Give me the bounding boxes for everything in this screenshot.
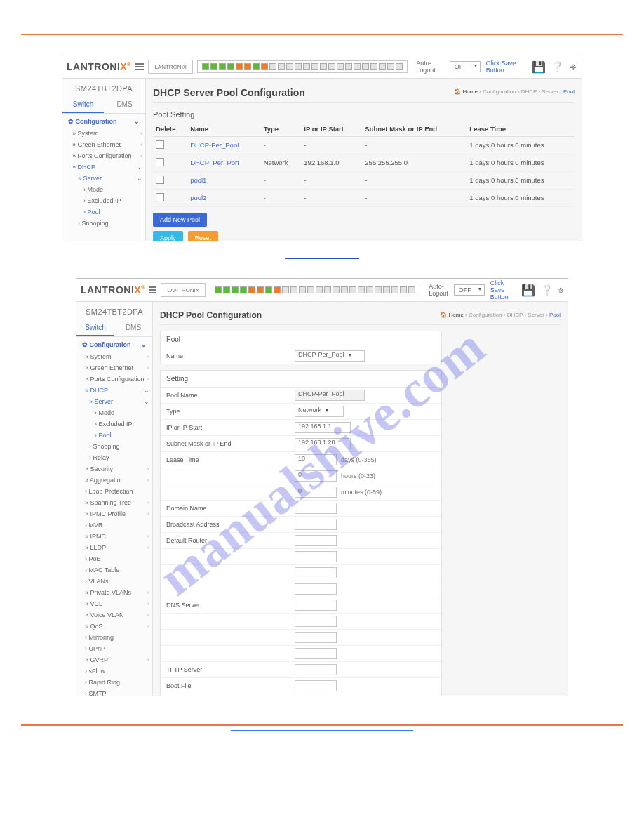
nav-item[interactable]: » IPMC Profile‹ [76, 508, 152, 519]
nav-pool[interactable]: › Pool [76, 430, 152, 441]
reset-button[interactable]: Reset [188, 231, 219, 242]
pool-link[interactable]: DHCP_Per_Port [187, 154, 261, 171]
lease-mins-input[interactable]: 0 [295, 486, 337, 498]
nav-green-ethernet[interactable]: » Green Ethernet‹ [62, 139, 145, 150]
ip-input[interactable]: 192.168.1.1 [295, 422, 351, 433]
nav-excluded-ip[interactable]: › Excluded IP [76, 418, 152, 430]
nav-item[interactable]: » Voice VLAN‹ [76, 609, 152, 621]
nav-configuration[interactable]: ✿ Configuration⌄ [62, 114, 145, 128]
add-pool-button[interactable]: Add New Pool [153, 213, 207, 227]
delete-checkbox[interactable] [156, 193, 164, 201]
nav-item[interactable]: » VCL‹ [76, 598, 152, 609]
ntp-label: NTP Server [161, 696, 295, 697]
nav-item[interactable]: » Spanning Tree‹ [76, 497, 152, 508]
dns-input-3[interactable] [295, 632, 337, 643]
nav-item[interactable]: › SMTP [76, 688, 152, 696]
nav-ports-config[interactable]: » Ports Configuration‹ [76, 373, 152, 385]
nav-snooping[interactable]: › Snooping [62, 218, 145, 229]
nav-server[interactable]: » Server⌄ [62, 173, 145, 184]
nav-item[interactable]: » GVRP‹ [76, 654, 152, 666]
pool-link[interactable]: pool2 [187, 189, 261, 206]
tab-dms[interactable]: DMS [114, 320, 152, 336]
dns-input-1[interactable] [295, 600, 337, 611]
nav-item[interactable]: › sFlow [76, 666, 152, 677]
bcast-input[interactable] [295, 519, 337, 530]
logout-icon[interactable]: ⎆ [568, 61, 577, 72]
pool-link[interactable]: DHCP-Per_Pool [187, 136, 261, 154]
nav-item[interactable]: » Aggregation‹ [76, 475, 152, 486]
lease-hours-input[interactable]: 0 [295, 470, 337, 482]
device-badge: LANTRONIX [148, 60, 193, 74]
ntp-input-1[interactable] [295, 696, 337, 697]
nav-snooping[interactable]: › Snooping [76, 441, 152, 452]
nav-green-ethernet[interactable]: » Green Ethernet‹ [76, 362, 152, 373]
apply-button[interactable]: Apply [153, 231, 183, 242]
type-select[interactable]: Network [295, 406, 344, 417]
tab-switch[interactable]: Switch [62, 97, 104, 113]
nav-item[interactable]: › UPnP [76, 643, 152, 654]
menu-icon[interactable] [135, 63, 145, 70]
dns-input-4[interactable] [295, 648, 337, 659]
auto-logout-select[interactable]: OFF [450, 61, 481, 72]
pool-name-field: DHCP-Per_Pool [295, 390, 365, 401]
mid-link[interactable] [285, 249, 360, 259]
table-row: pool2 - - - 1 days 0 hours 0 minutes [153, 189, 575, 206]
nav-system[interactable]: » System‹ [62, 128, 145, 139]
nav-relay[interactable]: › Relay [76, 452, 152, 463]
tab-switch[interactable]: Switch [76, 320, 114, 336]
screenshot-1: LANTRONIX® LANTRONIX Auto-Logout OFF Cli… [62, 55, 582, 241]
nav-pool[interactable]: › Pool [62, 206, 145, 218]
save-icon[interactable]: 💾 [532, 60, 546, 74]
nav-server[interactable]: » Server⌄ [76, 396, 152, 407]
save-icon[interactable]: 💾 [521, 284, 535, 297]
help-icon[interactable]: ❔ [541, 284, 552, 296]
nav-mode[interactable]: › Mode [62, 184, 145, 195]
save-hint-link[interactable]: Click Save Button [486, 60, 526, 74]
router-input-2[interactable] [295, 551, 337, 562]
delete-checkbox[interactable] [156, 158, 164, 166]
nav-item[interactable]: » Security‹ [76, 463, 152, 475]
auto-logout-label: Auto-Logout [416, 60, 444, 74]
dns-input-2[interactable] [295, 616, 337, 627]
nav-mode[interactable]: › Mode [76, 407, 152, 418]
nav-dhcp[interactable]: » DHCP⌄ [62, 161, 145, 173]
router-input-4[interactable] [295, 583, 337, 595]
boot-input[interactable] [295, 680, 337, 691]
pool-panel-title: Pool [161, 331, 441, 348]
nav-excluded-ip[interactable]: › Excluded IP [62, 195, 145, 206]
mask-input[interactable]: 192.168.1.28 [295, 438, 351, 449]
nav-dhcp[interactable]: » DHCP⌄ [76, 385, 152, 396]
save-hint-link[interactable]: Click Save Button [490, 279, 516, 300]
nav-item[interactable]: › Rapid Ring [76, 677, 152, 688]
nav-item[interactable]: › VLANs [76, 576, 152, 587]
nav-item[interactable]: › Mirroring [76, 632, 152, 643]
help-icon[interactable]: ❔ [551, 61, 563, 72]
nav-ports-config[interactable]: » Ports Configuration‹ [62, 150, 145, 161]
nav-item[interactable]: » QoS‹ [76, 621, 152, 632]
domain-input[interactable] [295, 503, 337, 514]
nav-item[interactable]: › Loop Protection [76, 486, 152, 497]
pool-link[interactable]: pool1 [187, 171, 261, 189]
router-input-1[interactable] [295, 535, 337, 546]
delete-checkbox[interactable] [156, 140, 164, 149]
nav-item[interactable]: » IPMC‹ [76, 531, 152, 542]
footer-link-rule [231, 730, 413, 731]
router-input-3[interactable] [295, 567, 337, 578]
auto-logout-select[interactable]: OFF [454, 284, 485, 296]
nav-item[interactable]: › MVR [76, 519, 152, 531]
nav-item[interactable]: › MAC Table [76, 564, 152, 576]
menu-icon[interactable] [149, 286, 156, 293]
nav-configuration[interactable]: ✿ Configuration⌄ [76, 337, 152, 351]
logout-icon[interactable]: ⎆ [558, 284, 563, 296]
nav-item[interactable]: › PoE [76, 553, 152, 564]
mask-label: Subnet Mask or IP End [161, 437, 295, 450]
tftp-input[interactable] [295, 664, 337, 675]
nav-item[interactable]: » LLDP‹ [76, 542, 152, 553]
tab-dms[interactable]: DMS [104, 97, 145, 113]
delete-checkbox[interactable] [156, 176, 164, 184]
lease-days-input[interactable]: 10 [295, 454, 337, 465]
pool-name-select[interactable]: DHCP-Per_Pool [295, 350, 365, 362]
nav-system[interactable]: » System‹ [76, 351, 152, 362]
nav-item[interactable]: » Private VLANs‹ [76, 587, 152, 598]
lease-label: Lease Time [161, 454, 295, 466]
